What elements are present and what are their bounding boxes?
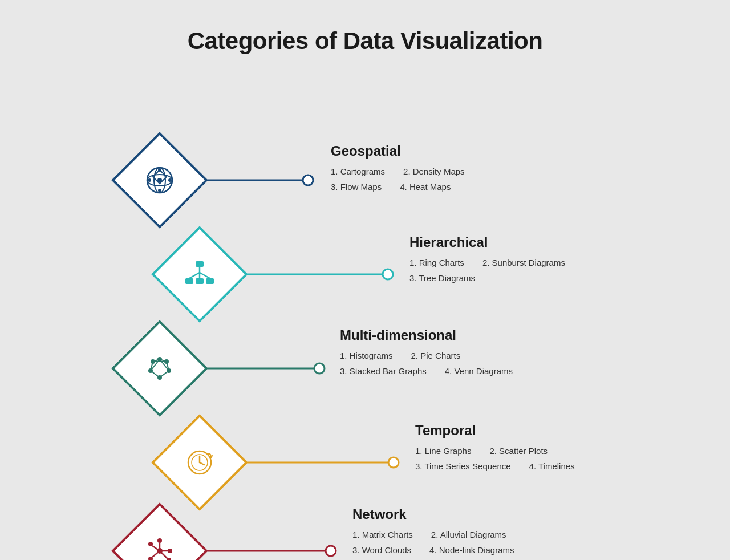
geospatial-item-1: 1. Cartograms	[331, 167, 385, 176]
svg-point-47	[157, 538, 162, 543]
svg-line-54	[152, 551, 160, 557]
svg-point-50	[148, 542, 153, 546]
hierarchical-items: 1. Ring Charts2. Sunburst Diagrams 3. Tr…	[409, 255, 583, 286]
geospatial-icon	[145, 165, 175, 195]
temporal-item-4: 4. Timelines	[529, 461, 575, 471]
temporal-block: Temporal 1. Line Graphs2. Scatter Plots …	[415, 423, 593, 474]
svg-point-16	[148, 178, 151, 182]
svg-point-1	[303, 175, 313, 185]
geospatial-items: 1. Cartograms2. Density Maps 3. Flow Map…	[331, 164, 483, 194]
network-title: Network	[352, 506, 533, 522]
multidimensional-block: Multi-dimensional 1. Histograms2. Pie Ch…	[340, 327, 531, 379]
multidimensional-title: Multi-dimensional	[340, 327, 531, 343]
svg-line-35	[151, 371, 160, 378]
svg-point-15	[158, 189, 161, 192]
geospatial-item-3: 3. Flow Maps	[331, 182, 382, 192]
network-item-1: 1. Matrix Charts	[352, 530, 413, 539]
hierarchical-diamond	[151, 226, 248, 323]
svg-point-7	[388, 457, 399, 468]
multidimensional-item-3: 3. Stacked Bar Graphs	[340, 366, 427, 376]
network-diamond	[111, 502, 208, 560]
svg-point-17	[168, 178, 172, 182]
multidimensional-item-2: 2. Pie Charts	[411, 351, 461, 360]
geospatial-item-2: 2. Density Maps	[403, 167, 465, 176]
hierarchical-item-1: 1. Ring Charts	[409, 258, 464, 267]
svg-rect-20	[185, 278, 193, 284]
network-item-4: 4. Node-link Diagrams	[429, 545, 514, 555]
geospatial-item-4: 4. Heat Maps	[400, 182, 451, 192]
geospatial-diamond	[111, 132, 208, 229]
geospatial-diamond-wrapper	[114, 135, 205, 226]
hierarchical-icon	[184, 260, 215, 289]
svg-point-3	[383, 269, 393, 279]
svg-point-48	[168, 549, 172, 553]
hierarchical-block: Hierarchical 1. Ring Charts2. Sunburst D…	[409, 234, 583, 286]
temporal-item-1: 1. Line Graphs	[415, 446, 471, 456]
multidimensional-diamond	[111, 320, 208, 417]
svg-line-26	[200, 273, 210, 278]
temporal-title: Temporal	[415, 423, 593, 439]
svg-line-24	[189, 273, 200, 278]
network-diamond-wrapper	[114, 505, 205, 560]
multidimensional-icon	[145, 354, 175, 383]
svg-line-36	[160, 371, 169, 378]
hierarchical-diamond-wrapper	[154, 229, 245, 320]
multidimensional-items: 1. Histograms2. Pie Charts 3. Stacked Ba…	[340, 348, 531, 379]
multidimensional-diamond-wrapper	[114, 323, 205, 414]
svg-line-56	[160, 551, 167, 558]
temporal-items: 1. Line Graphs2. Scatter Plots 3. Time S…	[415, 443, 593, 474]
temporal-diamond	[151, 414, 248, 511]
temporal-item-2: 2. Scatter Plots	[489, 446, 548, 456]
connectors-svg	[0, 66, 730, 557]
network-item-2: 2. Alluvial Diagrams	[431, 530, 506, 539]
network-items: 1. Matrix Charts2. Alluvial Diagrams 3. …	[352, 527, 533, 558]
temporal-item-3: 3. Time Series Sequence	[415, 461, 511, 471]
network-icon	[145, 536, 175, 560]
multidimensional-item-1: 1. Histograms	[340, 351, 393, 360]
network-block: Network 1. Matrix Charts2. Alluvial Diag…	[352, 506, 533, 558]
network-item-3: 3. Word Clouds	[352, 545, 411, 555]
page-title: Categories of Data Visualization	[0, 0, 730, 55]
svg-line-45	[200, 462, 204, 465]
geospatial-block: Geospatial 1. Cartograms2. Density Maps …	[331, 143, 483, 194]
hierarchical-item-2: 2. Sunburst Diagrams	[482, 258, 565, 267]
hierarchical-title: Hierarchical	[409, 234, 583, 250]
diagram-container: Geospatial 1. Cartograms2. Density Maps …	[0, 66, 730, 557]
svg-rect-21	[196, 278, 204, 284]
svg-rect-19	[196, 261, 204, 267]
multidimensional-item-4: 4. Venn Diagrams	[445, 366, 513, 376]
svg-rect-22	[206, 278, 214, 284]
svg-point-5	[314, 363, 325, 374]
svg-point-9	[326, 546, 336, 556]
temporal-icon	[185, 448, 214, 477]
temporal-diamond-wrapper	[154, 417, 245, 508]
svg-point-49	[148, 557, 153, 560]
hierarchical-item-3: 3. Tree Diagrams	[409, 273, 475, 283]
geospatial-title: Geospatial	[331, 143, 483, 159]
